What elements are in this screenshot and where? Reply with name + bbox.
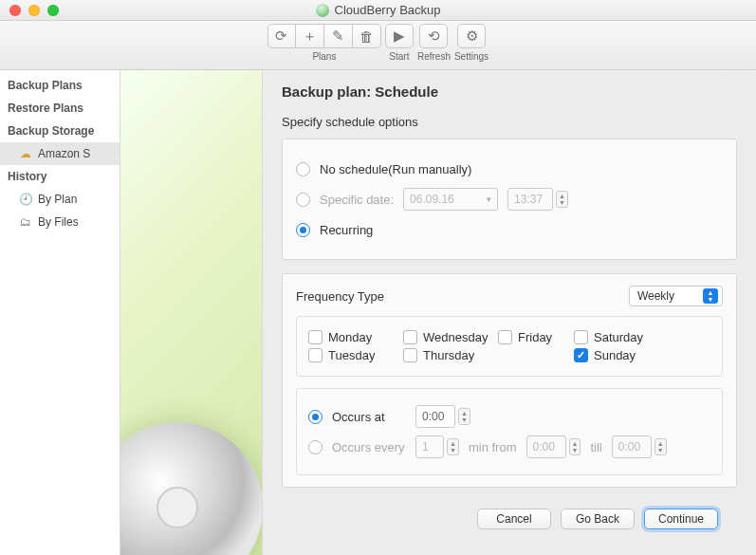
chevron-down-icon: ▾ (487, 194, 491, 204)
option-label: No schedule(Run manually) (320, 162, 471, 176)
stepper-icon[interactable]: ▲▼ (556, 191, 568, 208)
occurrence-group: Occurs at 0:00 ▲▼ Occurs every 1 ▲▼ min … (296, 388, 723, 475)
specify-schedule-label: Specify schedule options (282, 115, 737, 129)
checkbox-icon[interactable] (574, 330, 588, 344)
checkbox-thursday[interactable]: Thursday (403, 348, 498, 362)
sidebar-item-label: Amazon S (38, 147, 90, 160)
sidebar-item-label: By Files (38, 215, 79, 229)
continue-button[interactable]: Continue (644, 509, 718, 529)
date-value: 06.09.16 (410, 193, 454, 206)
refresh-button[interactable]: ⟲ (419, 24, 448, 48)
stepper-icon[interactable]: ▲▼ (458, 408, 470, 425)
frequency-value: Weekly (637, 289, 674, 303)
sidebar-item-by-plan[interactable]: 🕘 By Plan (0, 188, 120, 211)
frequency-type-label: Frequency Type (296, 289, 384, 304)
cloud-icon: ☁ (19, 147, 32, 160)
stepper-icon[interactable]: ▲▼ (655, 438, 667, 455)
option-label: Specific date: (320, 193, 394, 207)
checkbox-icon[interactable] (498, 330, 512, 344)
radio-icon[interactable] (296, 223, 310, 237)
sidebar: Backup Plans Restore Plans Backup Storag… (0, 70, 120, 555)
edit-plan-button[interactable]: ✎ (324, 24, 353, 48)
stepper-icon[interactable]: ▲▼ (447, 438, 459, 455)
occurs-every-label: Occurs every (332, 440, 406, 454)
go-back-button[interactable]: Go Back (561, 509, 635, 529)
sidebar-item-amazon[interactable]: ☁ Amazon S (0, 142, 120, 165)
disc-illustration (120, 422, 263, 555)
checkbox-icon[interactable] (574, 348, 588, 362)
schedule-options-panel: No schedule(Run manually) Specific date:… (282, 139, 737, 260)
checkbox-icon[interactable] (308, 348, 323, 362)
settings-button[interactable]: ⚙ (457, 24, 486, 48)
checkbox-sunday[interactable]: Sunday (574, 348, 669, 362)
sidebar-heading-backup-storage: Backup Storage (0, 120, 120, 142)
radio-icon[interactable] (308, 410, 323, 424)
cancel-button[interactable]: Cancel (477, 509, 551, 529)
close-icon[interactable] (9, 5, 21, 16)
page-title: Backup plan: Schedule (282, 83, 737, 100)
toolbar: ⟳ ＋ ✎ 🗑 Plans ▶ Start ⟲ Refresh ⚙ Settin… (0, 21, 756, 70)
occurs-at-time-input[interactable]: 0:00 (415, 405, 455, 428)
from-time-input[interactable]: 0:00 (526, 435, 566, 458)
option-label: Recurring (320, 223, 373, 237)
toolbar-plans-label: Plans (312, 51, 336, 62)
wizard-footer: Cancel Go Back Continue (282, 501, 737, 529)
date-input[interactable]: 06.09.16 ▾ (403, 188, 498, 211)
refresh-plans-button[interactable]: ⟳ (267, 24, 296, 48)
min-from-label: min from (469, 440, 517, 454)
till-label: till (590, 440, 601, 454)
radio-icon[interactable] (296, 193, 310, 207)
checkbox-monday[interactable]: Monday (308, 330, 403, 344)
option-noschedule[interactable]: No schedule(Run manually) (296, 157, 723, 181)
checkbox-icon[interactable] (403, 330, 417, 344)
clock-icon: 🕘 (19, 193, 32, 206)
radio-icon[interactable] (308, 440, 323, 454)
occurs-every-value-input[interactable]: 1 (415, 435, 444, 458)
sidebar-heading-backup-plans: Backup Plans (0, 74, 120, 97)
sidebar-item-label: By Plan (38, 193, 77, 206)
day-spacer (498, 348, 574, 362)
app-icon (316, 4, 329, 17)
window-title-text: CloudBerry Backup (335, 3, 441, 17)
zoom-icon[interactable] (47, 5, 59, 16)
frequency-select[interactable]: Weekly ▲▼ (629, 286, 723, 306)
delete-plan-button[interactable]: 🗑 (353, 24, 381, 48)
radio-icon[interactable] (296, 162, 310, 176)
checkbox-icon[interactable] (403, 348, 417, 362)
checkbox-icon[interactable] (308, 330, 323, 344)
checkbox-wednesday[interactable]: Wednesday (403, 330, 498, 344)
main-panel: Backup plan: Schedule Specify schedule o… (263, 70, 756, 555)
till-time-input[interactable]: 0:00 (612, 435, 652, 458)
select-arrows-icon: ▲▼ (703, 288, 718, 304)
start-button[interactable]: ▶ (385, 24, 414, 48)
files-icon: 🗂 (19, 215, 32, 229)
sidebar-heading-restore-plans: Restore Plans (0, 97, 120, 120)
sidebar-item-by-files[interactable]: 🗂 By Files (0, 211, 120, 233)
toolbar-refresh-label: Refresh (417, 51, 451, 62)
option-specific-date[interactable]: Specific date: 06.09.16 ▾ 13:37 ▲▼ (296, 187, 723, 212)
toolbar-start-label: Start (389, 51, 409, 62)
checkbox-saturday[interactable]: Saturday (574, 330, 669, 344)
toolbar-settings-label: Settings (454, 51, 489, 62)
window-controls (0, 5, 59, 16)
frequency-panel: Frequency Type Weekly ▲▼ Monday Wednesda… (282, 273, 737, 488)
minimize-icon[interactable] (28, 5, 40, 16)
option-recurring[interactable]: Recurring (296, 217, 723, 242)
option-occurs-every[interactable]: Occurs every 1 ▲▼ min from 0:00 ▲▼ till … (308, 435, 710, 459)
sidebar-heading-history: History (0, 165, 120, 188)
occurs-at-label: Occurs at (332, 410, 406, 424)
checkbox-tuesday[interactable]: Tuesday (308, 348, 403, 362)
option-occurs-at[interactable]: Occurs at 0:00 ▲▼ (308, 404, 710, 429)
time-input[interactable]: 13:37 (507, 188, 553, 211)
add-plan-button[interactable]: ＋ (296, 24, 324, 48)
window-title: CloudBerry Backup (0, 3, 756, 17)
days-group: Monday Wednesday Friday Saturday Tuesday… (296, 316, 723, 377)
titlebar: CloudBerry Backup (0, 0, 756, 21)
checkbox-friday[interactable]: Friday (498, 330, 574, 344)
stepper-icon[interactable]: ▲▼ (569, 438, 581, 455)
illustration-panel (120, 70, 263, 555)
